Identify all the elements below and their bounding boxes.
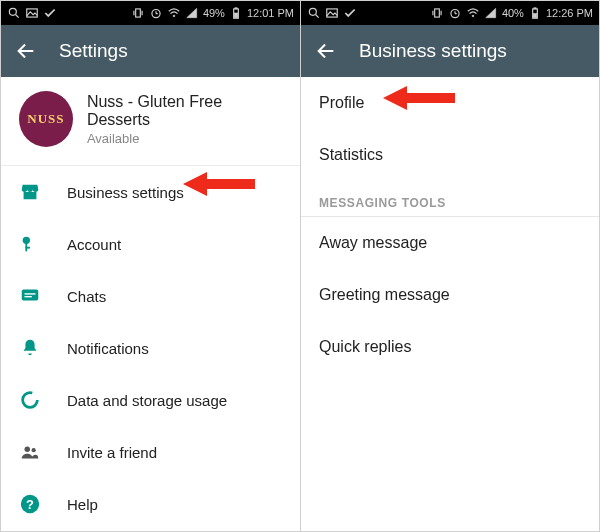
svg-line-1 xyxy=(16,15,19,18)
row-away-message[interactable]: Away message xyxy=(301,217,599,269)
battery-pct: 49% xyxy=(203,7,225,19)
row-chats[interactable]: Chats xyxy=(1,270,300,322)
svg-point-37 xyxy=(472,15,474,17)
back-button[interactable] xyxy=(15,40,37,62)
svg-rect-19 xyxy=(25,247,30,249)
row-label: Quick replies xyxy=(319,338,411,356)
row-label: Chats xyxy=(67,288,106,305)
bell-icon xyxy=(19,337,41,359)
battery-icon xyxy=(528,6,542,20)
search-icon xyxy=(307,6,321,20)
row-account[interactable]: Account xyxy=(1,218,300,270)
row-business-settings[interactable]: Business settings xyxy=(1,166,300,218)
row-quick-replies[interactable]: Quick replies xyxy=(301,321,599,373)
image-icon xyxy=(325,6,339,20)
store-icon xyxy=(19,181,41,203)
image-icon xyxy=(25,6,39,20)
svg-rect-12 xyxy=(235,8,237,9)
clock-time: 12:26 PM xyxy=(546,7,593,19)
row-label: Away message xyxy=(319,234,427,252)
svg-rect-40 xyxy=(534,8,536,9)
settings-screen: 49% 12:01 PM Settings NUSS Nuss - Gluten… xyxy=(1,1,300,531)
battery-pct: 40% xyxy=(502,7,524,19)
help-icon: ? xyxy=(19,493,41,515)
page-title: Business settings xyxy=(359,40,507,62)
search-icon xyxy=(7,6,21,20)
back-button[interactable] xyxy=(315,40,337,62)
svg-rect-31 xyxy=(435,9,440,17)
row-label: Account xyxy=(67,236,121,253)
row-label: Statistics xyxy=(319,146,383,164)
svg-marker-10 xyxy=(187,8,197,17)
row-label: Profile xyxy=(319,94,364,112)
row-label: Greeting message xyxy=(319,286,450,304)
row-label: Help xyxy=(67,496,98,513)
signal-icon xyxy=(185,6,199,20)
check-icon xyxy=(43,6,57,20)
svg-rect-3 xyxy=(136,9,141,17)
wifi-icon xyxy=(167,6,181,20)
svg-rect-22 xyxy=(25,296,32,297)
action-bar: Settings xyxy=(1,25,300,77)
wifi-icon xyxy=(466,6,480,20)
profile-header[interactable]: NUSS Nuss - Gluten Free Desserts Availab… xyxy=(1,77,300,166)
svg-rect-20 xyxy=(22,290,39,301)
business-settings-list: Profile Statistics MESSAGING TOOLS Away … xyxy=(301,77,599,373)
alarm-icon xyxy=(448,6,462,20)
row-label: Business settings xyxy=(67,184,184,201)
row-help[interactable]: ? Help xyxy=(1,478,300,530)
people-icon xyxy=(19,441,41,463)
clock-time: 12:01 PM xyxy=(247,7,294,19)
svg-rect-13 xyxy=(234,13,238,18)
avatar: NUSS xyxy=(19,91,73,147)
svg-point-25 xyxy=(32,448,36,452)
profile-name: Nuss - Gluten Free Desserts xyxy=(87,93,282,129)
row-notifications[interactable]: Notifications xyxy=(1,322,300,374)
row-label: Data and storage usage xyxy=(67,392,227,409)
row-label: Invite a friend xyxy=(67,444,157,461)
svg-rect-41 xyxy=(533,14,537,18)
svg-point-28 xyxy=(309,8,316,15)
row-greeting-message[interactable]: Greeting message xyxy=(301,269,599,321)
row-statistics[interactable]: Statistics xyxy=(301,129,599,181)
profile-status: Available xyxy=(87,131,282,146)
vibrate-icon xyxy=(430,6,444,20)
svg-point-24 xyxy=(25,447,31,453)
check-icon xyxy=(343,6,357,20)
vibrate-icon xyxy=(131,6,145,20)
section-header-messaging: MESSAGING TOOLS xyxy=(301,181,599,217)
row-profile[interactable]: Profile xyxy=(301,77,599,129)
action-bar: Business settings xyxy=(301,25,599,77)
svg-point-0 xyxy=(9,8,16,15)
chat-icon xyxy=(19,285,41,307)
signal-icon xyxy=(484,6,498,20)
alarm-icon xyxy=(149,6,163,20)
svg-point-23 xyxy=(23,393,38,408)
avatar-text: NUSS xyxy=(27,111,64,127)
row-data-storage[interactable]: Data and storage usage xyxy=(1,374,300,426)
svg-point-9 xyxy=(173,15,175,17)
row-label: Notifications xyxy=(67,340,149,357)
battery-icon xyxy=(229,6,243,20)
settings-list: Business settings Account Chats Notifica… xyxy=(1,166,300,530)
row-invite-friend[interactable]: Invite a friend xyxy=(1,426,300,478)
data-usage-icon xyxy=(19,389,41,411)
svg-line-29 xyxy=(316,15,319,18)
svg-text:?: ? xyxy=(26,497,34,512)
status-bar: 49% 12:01 PM xyxy=(1,1,300,25)
page-title: Settings xyxy=(59,40,128,62)
business-settings-screen: 40% 12:26 PM Business settings Profile S… xyxy=(300,1,599,531)
svg-marker-38 xyxy=(486,8,496,17)
svg-rect-21 xyxy=(25,293,36,294)
key-icon xyxy=(19,233,41,255)
status-bar: 40% 12:26 PM xyxy=(301,1,599,25)
